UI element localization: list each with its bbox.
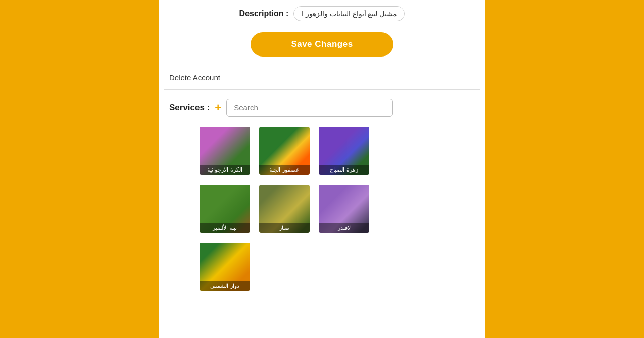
description-row: Description : [159,0,485,27]
services-row: Services : + [159,90,485,122]
main-panel: Description : Save Changes Delete Accoun… [159,0,485,338]
plant-card-1[interactable]: الكرة الارجوانية [200,127,250,175]
plant-label-1: الكرة الارجوانية [200,165,250,175]
plant-card-6[interactable]: لافندر [319,185,369,233]
plant-label-3: زهرة الصباح [319,165,369,175]
save-changes-row: Save Changes [159,27,485,66]
plant-grid: الكرة الارجوانية عصفور الجنة زهرة الصباح… [159,122,485,311]
plant-label-4: نبتة الألبفير [200,223,250,233]
plant-row-2: نبتة الألبفير صبار لافندر [200,185,475,233]
save-changes-button[interactable]: Save Changes [251,32,393,57]
plant-label-2: عصفور الجنة [259,165,310,175]
description-input[interactable] [293,6,405,21]
plant-label-6: لافندر [319,223,369,233]
services-label: Services : [169,103,210,113]
plant-row-3: دوار الشمس [200,243,475,291]
plant-label-7: دوار الشمس [200,281,250,291]
delete-account-link[interactable]: Delete Account [169,73,220,82]
plant-card-7[interactable]: دوار الشمس [200,243,250,291]
delete-account-row: Delete Account [159,66,485,89]
plant-card-2[interactable]: عصفور الجنة [259,127,310,175]
search-input[interactable] [226,99,393,117]
plant-label-5: صبار [259,223,310,233]
plant-row-1: الكرة الارجوانية عصفور الجنة زهرة الصباح [200,127,475,175]
plant-card-3[interactable]: زهرة الصباح [319,127,369,175]
description-label: Description : [239,9,289,18]
plant-card-4[interactable]: نبتة الألبفير [200,185,250,233]
plant-card-5[interactable]: صبار [259,185,310,233]
add-service-icon[interactable]: + [215,102,221,114]
